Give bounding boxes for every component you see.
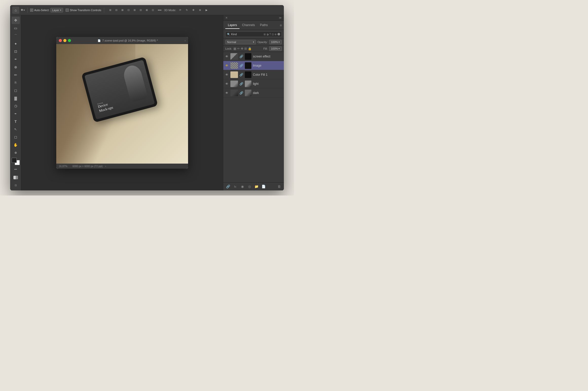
lock-all-icon[interactable]: 🔒 [248,47,252,50]
lock-transparent-icon[interactable]: ▦ [233,47,236,50]
more-tools-btn[interactable]: ••• [12,166,20,173]
3d-move-icon[interactable]: ✥ [191,8,196,13]
tab-channels[interactable]: Channels [240,22,258,29]
3d-pan-icon[interactable]: ↻ [184,8,189,13]
eraser-tool-btn[interactable]: ◻ [12,87,20,94]
layer-chain-icon[interactable]: 🔗 [240,91,243,95]
home-button[interactable]: ⌂ [12,7,19,14]
dodge-tool-btn[interactable]: ◷ [12,102,20,110]
statusbar-arrow[interactable]: › [105,165,106,168]
add-group-icon[interactable]: 📁 [254,184,259,189]
add-mask-icon[interactable]: ◉ [240,184,245,189]
layer-item[interactable]: 👁 🔗 screen effect [223,52,284,61]
distribute-h-icon[interactable]: ⊠ [144,8,149,13]
layer-chain-icon[interactable]: 🔗 [240,64,243,67]
layer-item[interactable]: 👁 🔗 Color Fill 1 [223,70,284,79]
layer-chain-icon[interactable]: 🔗 [240,55,243,58]
3d-orbit-icon[interactable]: ⟳ [178,8,183,13]
move-tool-btn[interactable]: ✥ [12,17,20,24]
spot-heal-tool-btn[interactable]: ⊕ [12,63,20,71]
panel-menu-icon[interactable]: ≡ [280,23,282,27]
filter-type-icon[interactable]: T [269,33,271,36]
layer-item[interactable]: 👁 🔗 Image [223,61,284,70]
align-left-icon[interactable]: ⊞ [108,8,113,13]
layer-item[interactable]: 👁 🔗 light [223,79,284,88]
screen-mode-btn[interactable]: ⊡ [12,182,20,189]
filter-kind-dropdown[interactable]: Kind [231,33,263,36]
document-canvas[interactable]: Olena DeviceMock-ups [56,44,188,164]
delete-layer-icon[interactable]: 🗑 [276,184,282,189]
scroll-right-arrow[interactable]: › [185,39,186,42]
opacity-input[interactable]: 100% ▾ [269,40,282,44]
quick-select-tool-btn[interactable]: ✦ [12,40,20,47]
layer-visibility-toggle[interactable]: 👁 [225,82,229,86]
type-tool-btn[interactable]: T [12,118,20,125]
show-transform-checkbox[interactable] [66,9,69,12]
auto-select-dropdown[interactable]: Layer ▾ [50,8,63,12]
lock-row: Lock: ▦ ✏ ✥ ⊞ 🔒 Fill: 100% ▾ [223,46,284,52]
layer-visibility-toggle[interactable]: 👁 [225,54,229,58]
add-adjustment-icon[interactable]: ◎ [247,184,252,189]
zoom-level: 16,87% [59,165,67,168]
add-style-icon[interactable]: fx [232,184,238,189]
show-transform-group: Show Transform Controls [66,9,101,12]
layer-visibility-toggle[interactable]: 👁 [225,91,229,95]
hand-tool-btn[interactable]: ✋ [12,141,20,149]
foreground-color-swatch[interactable] [12,158,17,163]
marquee-tool-btn[interactable]: ▭ [12,25,20,32]
tab-paths[interactable]: Paths [258,22,270,29]
align-top-icon[interactable]: ⊡ [126,8,131,13]
main-toolbar: ⌂ ✥ ▾ ✓ Auto-Select: Layer ▾ Show Transf… [10,5,284,15]
path-select-tool-btn[interactable]: ↖ [12,126,20,133]
quick-mask-btn[interactable] [12,174,20,181]
close-button[interactable] [59,39,62,42]
pen-tool-btn[interactable]: ✒ [12,110,20,118]
crop-tool-btn[interactable]: ⊡ [12,48,20,55]
layer-thumbnail [230,81,238,87]
filter-adjust-icon[interactable]: ◑ [266,33,269,36]
minimize-button[interactable] [63,39,66,42]
fill-input[interactable]: 100% ▾ [269,46,282,51]
opacity-label: Opacity: [258,41,268,44]
3d-scale-icon[interactable]: ⊕ [197,8,203,13]
filter-shape-icon[interactable]: ⊡ [272,33,274,36]
auto-select-checkbox[interactable]: ✓ [30,9,33,12]
clone-tool-btn[interactable]: ⎘ [12,79,20,86]
lock-artboard-icon[interactable]: ⊞ [244,47,247,50]
shape-tool-btn[interactable]: ◻ [12,133,20,141]
auto-select-label: Auto-Select: [34,9,49,12]
layer-chain-icon[interactable]: 🔗 [240,82,243,86]
move-tool-button[interactable]: ✥ ▾ [21,8,25,12]
panel-close-icon[interactable]: ✕ [225,16,228,19]
lasso-tool-btn[interactable]: ⌒ [12,32,20,40]
align-center-h-icon[interactable]: ⊟ [114,8,119,13]
more-options-button[interactable]: ••• [158,8,162,12]
layer-item[interactable]: 👁 🔗 dark [223,88,284,97]
blend-mode-dropdown[interactable]: Normal ▾ [225,40,256,44]
3d-rotate-icon[interactable]: ▶ [204,8,209,13]
distribute-v-icon[interactable]: ⊡ [150,8,155,13]
maximize-button[interactable] [68,39,71,42]
add-layer-icon[interactable]: 📄 [261,184,266,189]
layer-visibility-toggle[interactable]: 👁 [225,64,229,68]
filter-smart-icon[interactable]: ⊕ [274,33,277,36]
panel-collapse-icon[interactable]: ≫ [279,16,282,19]
layer-mask-thumbnail [245,81,251,87]
lock-image-icon[interactable]: ✏ [237,47,240,50]
align-right-icon[interactable]: ⊠ [120,8,125,13]
gradient-tool-btn[interactable]: ▓ [12,94,20,102]
link-layers-icon[interactable]: 🔗 [225,184,231,189]
align-center-v-icon[interactable]: ⊞ [132,8,137,13]
filter-toggle-dot[interactable] [278,33,280,35]
brush-tool-btn[interactable]: ✏ [12,71,20,79]
eyedropper-tool-btn[interactable]: ✒ [12,56,20,63]
zoom-tool-btn[interactable]: ⊕ [12,149,20,156]
layer-chain-icon[interactable]: 🔗 [240,73,243,76]
lock-position-icon[interactable]: ✥ [241,47,243,50]
align-bottom-icon[interactable]: ⊟ [138,8,143,13]
layer-name: dark [253,91,282,95]
tab-layers[interactable]: Layers [225,22,240,29]
layer-visibility-toggle[interactable]: 👁 [225,73,229,77]
filter-pixel-icon[interactable]: ⊞ [264,33,266,36]
lock-icons: ▦ ✏ ✥ ⊞ 🔒 [233,47,252,50]
